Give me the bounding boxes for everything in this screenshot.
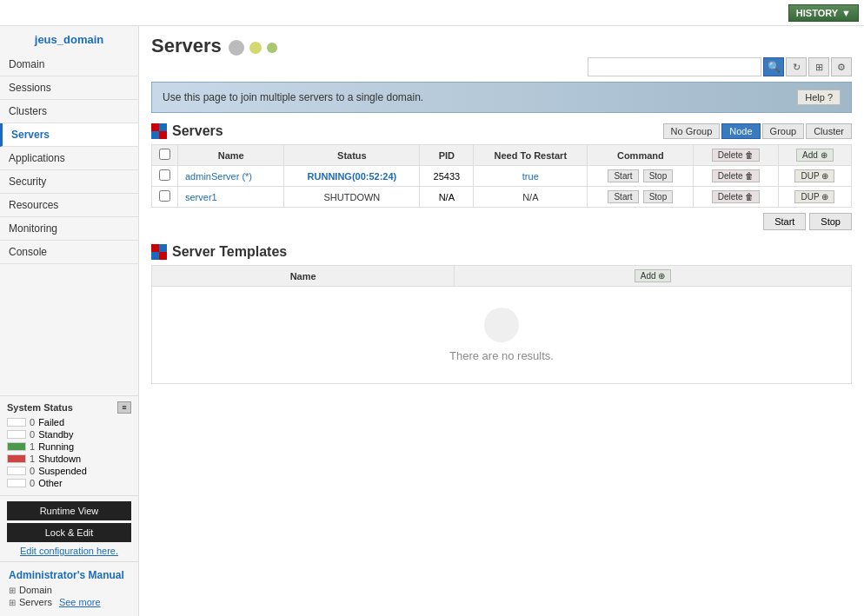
row2-select[interactable]: [159, 190, 170, 202]
row2-stop-button[interactable]: Stop: [643, 190, 674, 203]
select-all-checkbox[interactable]: [159, 149, 170, 160]
no-results: There are no results.: [159, 290, 844, 380]
settings-button[interactable]: ⚙: [831, 57, 852, 76]
row1-name-link[interactable]: adminServer (*): [185, 171, 252, 182]
system-status: System Status ≡ 0 Failed 0 Standby 1 Run…: [0, 395, 138, 495]
footer-start-button[interactable]: Start: [763, 213, 806, 230]
table-row: adminServer (*) RUNNING(00:52:24) 25433 …: [152, 166, 852, 187]
search-button[interactable]: 🔍: [763, 57, 784, 76]
page-title: Servers: [151, 35, 222, 57]
servers-table-header-row: Name Status PID Need To Restart Command …: [152, 145, 852, 166]
row1-need-restart: true: [474, 166, 588, 187]
admin-link-domain[interactable]: ⊞ Domain: [9, 585, 130, 595]
sidebar-item-domain[interactable]: Domain: [0, 53, 138, 76]
group-button[interactable]: Group: [762, 123, 805, 139]
node-button[interactable]: Node: [721, 123, 760, 139]
dot-green: [267, 43, 277, 53]
row2-checkbox: [152, 187, 178, 208]
system-status-title: System Status: [7, 402, 73, 413]
sidebar-item-security[interactable]: Security: [0, 170, 138, 194]
sidebar-item-clusters[interactable]: Clusters: [0, 100, 138, 123]
row2-command: Start Stop: [588, 187, 694, 208]
sidebar-item-monitoring[interactable]: Monitoring: [0, 217, 138, 241]
row2-name: server1: [178, 187, 284, 208]
row1-status: RUNNING(00:52:24): [284, 166, 420, 187]
group-buttons: No Group Node Group Cluster: [663, 123, 852, 139]
templates-section: Server Templates Name Add ⊕: [151, 244, 852, 384]
help-button[interactable]: Help ?: [797, 89, 841, 105]
sidebar-item-console[interactable]: Console: [0, 241, 138, 264]
delete-header: Delete 🗑: [694, 145, 778, 166]
servers-section-title: Servers: [151, 123, 223, 139]
row2-dup: DUP ⊕: [778, 187, 851, 208]
row2-dup-button[interactable]: DUP ⊕: [794, 190, 834, 203]
command-header: Command: [588, 145, 694, 166]
refresh-button[interactable]: ↻: [786, 57, 807, 76]
row1-dup-button[interactable]: DUP ⊕: [794, 169, 834, 182]
history-button[interactable]: HISTORY ▼: [788, 4, 859, 22]
status-failed: 0 Failed: [7, 417, 131, 427]
admin-link-servers[interactable]: ⊞ Servers See more: [9, 597, 130, 607]
footer-stop-button[interactable]: Stop: [809, 213, 852, 230]
no-results-circle: [484, 308, 519, 342]
servers-section-header: Servers No Group Node Group Cluster: [151, 123, 852, 139]
servers-table: Name Status PID Need To Restart Command …: [151, 144, 852, 208]
grid-button[interactable]: ⊞: [808, 57, 829, 76]
add-header-button[interactable]: Add ⊕: [796, 149, 834, 162]
sidebar-item-servers[interactable]: Servers: [0, 123, 138, 147]
pid-header: PID: [420, 145, 474, 166]
row2-delete: Delete 🗑: [694, 187, 778, 208]
admin-manual: Administrator's Manual ⊞ Domain ⊞ Server…: [0, 561, 138, 616]
no-group-button[interactable]: No Group: [663, 123, 721, 139]
history-label: HISTORY: [796, 8, 838, 18]
add-header: Add ⊕: [778, 145, 851, 166]
sidebar-item-applications[interactable]: Applications: [0, 147, 138, 170]
templates-add-button[interactable]: Add ⊕: [635, 269, 672, 282]
row1-start-button[interactable]: Start: [608, 169, 638, 182]
sidebar: jeus_domain Domain Sessions Clusters Ser…: [0, 26, 139, 616]
sidebar-item-sessions[interactable]: Sessions: [0, 76, 138, 100]
admin-manual-title: Administrator's Manual: [9, 569, 130, 581]
row2-delete-button[interactable]: Delete 🗑: [712, 190, 761, 203]
book-icon: ⊞: [9, 586, 16, 595]
status-running: 1 Running: [7, 441, 131, 452]
templates-table-header-row: Name Add ⊕: [152, 266, 852, 287]
row1-select[interactable]: [159, 169, 170, 181]
servers-section: Servers No Group Node Group Cluster Name…: [151, 123, 852, 230]
edit-config-link[interactable]: Edit configuration here.: [7, 546, 131, 556]
row1-delete-button[interactable]: Delete 🗑: [712, 169, 761, 182]
dot-yellow: [249, 42, 262, 54]
row1-checkbox: [152, 166, 178, 187]
templates-section-header: Server Templates: [151, 244, 852, 260]
see-more-link[interactable]: See more: [59, 597, 101, 607]
history-arrow-icon: ▼: [841, 8, 851, 18]
templates-add-header: Add ⊕: [455, 266, 852, 287]
row2-need-restart: N/A: [474, 187, 588, 208]
status-shutdown: 1 Shutdown: [7, 454, 131, 464]
cluster-button[interactable]: Cluster: [806, 123, 852, 139]
row1-delete: Delete 🗑: [694, 166, 778, 187]
runtime-view-button[interactable]: Runtime View: [7, 501, 131, 520]
name-header: Name: [178, 145, 284, 166]
row1-name: adminServer (*): [178, 166, 284, 187]
sidebar-item-resources[interactable]: Resources: [0, 194, 138, 217]
templates-name-header: Name: [152, 266, 455, 287]
dot-gray: [229, 40, 244, 56]
status-standby: 0 Standby: [7, 429, 131, 440]
row1-stop-button[interactable]: Stop: [643, 169, 674, 182]
sidebar-nav: Domain Sessions Clusters Servers Applica…: [0, 53, 138, 395]
status-suspended: 0 Suspended: [7, 466, 131, 476]
delete-header-button[interactable]: Delete 🗑: [712, 149, 761, 162]
system-status-toggle[interactable]: ≡: [117, 401, 131, 414]
row2-name-link[interactable]: server1: [185, 192, 217, 202]
weblogic-flag-icon: [151, 123, 167, 139]
info-text: Use this page to join multiple servers t…: [163, 91, 423, 103]
status-other: 0 Other: [7, 478, 131, 488]
row2-start-button[interactable]: Start: [608, 190, 638, 203]
header-decorations: [229, 40, 277, 56]
content-area: Servers 🔍 ↻ ⊞ ⚙ Use this page to join mu…: [139, 26, 864, 616]
search-input[interactable]: [588, 57, 761, 76]
lock-edit-button[interactable]: Lock & Edit: [7, 523, 131, 542]
sidebar-domain[interactable]: jeus_domain: [0, 26, 138, 53]
table-row: server1 SHUTDOWN N/A N/A Start Stop: [152, 187, 852, 208]
